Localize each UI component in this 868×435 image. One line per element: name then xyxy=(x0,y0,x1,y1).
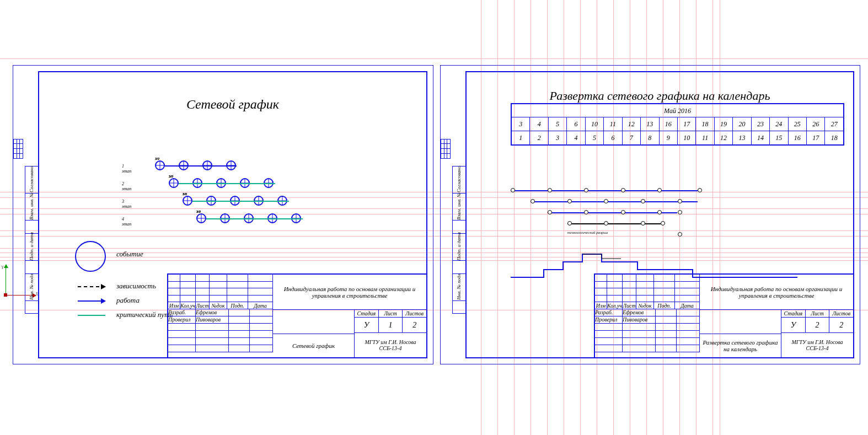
role-label: Проверил xyxy=(595,316,623,324)
calendar-month: Май 2016 xyxy=(512,104,843,117)
calendar-step: 3 xyxy=(549,131,567,144)
calendar-day: 24 xyxy=(770,117,788,131)
sheet1-frame: Согласовано Взам. инв. № Подп. и дата Ин… xyxy=(38,71,427,358)
calendar-day: 25 xyxy=(789,117,807,131)
y-axis-label: Y xyxy=(1,265,4,270)
role-name: Ефремов xyxy=(623,309,656,316)
col-date: Дата xyxy=(675,302,700,309)
tb-stage-label: Стадия xyxy=(355,310,379,318)
role-name: Пивоваров xyxy=(196,316,229,324)
legend-event: событие xyxy=(116,250,143,259)
tb-stage-val: У xyxy=(781,318,806,333)
calendar-day: 17 xyxy=(678,117,696,131)
origin-marker-icon xyxy=(4,293,7,297)
side-stamp: Согласовано Взам. инв. № Подп. и дата Ин… xyxy=(452,166,466,355)
titleblock-1: Изм Кол.уч Лист №док Подп. Дата Разраб.Е… xyxy=(167,273,426,357)
legend-dependency: зависимость xyxy=(116,282,156,291)
sheet1-title: Сетевой график xyxy=(39,97,426,112)
calendar-step: 8 xyxy=(641,131,659,144)
col-sign: Подп. xyxy=(654,302,675,309)
tb-sheets-val: 2 xyxy=(829,318,853,333)
calendar-day: 13 xyxy=(641,117,659,131)
tb-sheet-val: 1 xyxy=(379,318,403,333)
calendar-step: 18 xyxy=(825,131,843,144)
drawing-canvas[interactable]: Согласовано Взам. инв. № Подп. и дата Ин… xyxy=(13,65,860,366)
calendar-day: 18 xyxy=(696,117,714,131)
titleblock-2: Изм Кол.уч Лист №док Подп. Дата Разраб.Е… xyxy=(594,273,853,357)
dependency-arrow-icon xyxy=(78,286,105,287)
tb-org1: МГТУ им Г.И. Носова xyxy=(791,339,843,345)
calendar-day: 23 xyxy=(752,117,770,131)
row-label: 4 этап xyxy=(122,217,131,227)
tb-subtitle: Развертка сетевого графика на календарь xyxy=(700,334,781,358)
tb-stage-label: Стадия xyxy=(781,310,806,318)
calendar-step: 16 xyxy=(789,131,807,144)
tb-sheet-label: Лист xyxy=(806,310,830,318)
col-date: Дата xyxy=(248,302,273,309)
col-sign: Подп. xyxy=(227,302,248,309)
tb-sheets-label: Листов xyxy=(829,310,853,318)
calendar-day: 16 xyxy=(660,117,678,131)
calendar-steps-row: 123456789101112131415161718 xyxy=(512,131,843,144)
col-kol: Кол.уч xyxy=(180,302,196,309)
side-mini-grid xyxy=(13,139,23,159)
col-izm: Изм xyxy=(168,302,180,309)
calendar-day: 3 xyxy=(512,117,530,131)
row-label: 3 этап xyxy=(122,199,131,209)
role-label: Разраб. xyxy=(168,309,196,316)
work-arrow-icon xyxy=(78,300,105,302)
tb-org1: МГТУ им Г.И. Носова xyxy=(365,339,416,345)
calendar-step: 11 xyxy=(696,131,714,144)
resource-step xyxy=(511,238,803,279)
tb-subtitle: Сетевой график xyxy=(273,334,354,358)
side-mini-grid xyxy=(441,139,451,159)
calendar-day: 6 xyxy=(567,117,585,131)
tb-org2: ССБ‑13‑4 xyxy=(806,345,829,351)
calendar-days-row: 34561011121316171819202324252627 xyxy=(512,117,843,131)
role-name: Пивоваров xyxy=(623,316,656,324)
tb-stage-val: У xyxy=(355,318,379,333)
calendar-day: 19 xyxy=(715,117,733,131)
calendar-step: 6 xyxy=(604,131,622,144)
calendar-day: 11 xyxy=(604,117,622,131)
tb-sheets-label: Листов xyxy=(403,310,426,318)
gantt-note: технологический разрыв xyxy=(567,230,608,235)
legend-work: работа xyxy=(116,296,140,305)
sheet2-frame: Согласовано Взам. инв. № Подп. и дата Ин… xyxy=(465,71,854,358)
tb-project: Индивидуальная работа по основам организ… xyxy=(700,275,853,310)
col-kol: Кол.уч xyxy=(607,302,623,309)
tb-sheet-val: 2 xyxy=(806,318,830,333)
calendar-step: 15 xyxy=(770,131,788,144)
y-axis-icon xyxy=(6,265,6,296)
calendar-day: 27 xyxy=(825,117,843,131)
role-label: Проверил xyxy=(168,316,196,324)
calendar-step: 5 xyxy=(586,131,604,144)
calendar-day: 12 xyxy=(623,117,641,131)
calendar-step: 2 xyxy=(530,131,548,144)
event-circle-icon xyxy=(75,241,106,272)
calendar-grid: Май 2016 3456101112131617181920232425262… xyxy=(511,103,844,146)
calendar-day: 4 xyxy=(530,117,548,131)
calendar-step: 7 xyxy=(623,131,641,144)
role-name: Ефремов xyxy=(196,309,229,316)
row-label: 1 этап xyxy=(122,164,131,174)
calendar-step: 14 xyxy=(752,131,770,144)
sheet-2[interactable]: Согласовано Взам. инв. № Подп. и дата Ин… xyxy=(440,65,860,364)
calendar-day: 10 xyxy=(586,117,604,131)
sheet-1[interactable]: Согласовано Взам. инв. № Подп. и дата Ин… xyxy=(13,65,433,364)
calendar-step: 12 xyxy=(715,131,733,144)
col-doc: №док xyxy=(210,302,227,309)
side-stamp: Согласовано Взам. инв. № Подп. и дата Ин… xyxy=(25,166,39,355)
calendar-step: 9 xyxy=(660,131,678,144)
tb-sheet-label: Лист xyxy=(379,310,403,318)
calendar-step: 13 xyxy=(733,131,751,144)
tb-project: Индивидуальная работа по основам организ… xyxy=(273,275,426,310)
col-doc: №док xyxy=(636,302,654,309)
col-izm: Изм xyxy=(595,302,607,309)
calendar-day: 5 xyxy=(549,117,567,131)
calendar-step: 4 xyxy=(567,131,585,144)
row-label: 2 этап xyxy=(122,181,131,191)
col-list: Лист xyxy=(623,302,636,309)
calendar-step: 17 xyxy=(807,131,825,144)
critical-line-icon xyxy=(78,315,105,316)
